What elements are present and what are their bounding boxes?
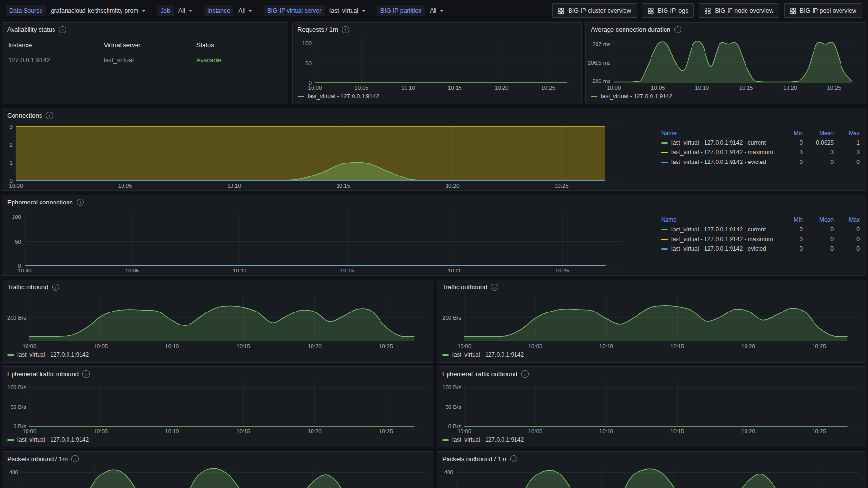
info-icon[interactable]: i <box>52 284 59 291</box>
series-color-icon <box>661 142 668 144</box>
panel-title[interactable]: Connections <box>7 112 42 119</box>
svg-text:10:05: 10:05 <box>94 343 108 349</box>
legend-col-max[interactable]: Max <box>834 130 860 136</box>
panel-title[interactable]: Ephemeral traffic outbound <box>442 370 517 378</box>
variable-value-dropdown[interactable]: grafanacloud-keithschmitty-prom <box>47 5 149 16</box>
svg-text:206 ms: 206 ms <box>592 78 610 84</box>
svg-text:10:20: 10:20 <box>495 85 509 91</box>
ephemeral-connections-chart[interactable]: 10:0010:0510:1010:1510:2010:25050100 <box>2 207 627 275</box>
link-label: BIG-IP cluster overview <box>568 7 631 14</box>
info-icon[interactable]: i <box>674 26 681 33</box>
legend-series[interactable]: last_virtual - 127.0.0.1:9142 <box>7 436 89 443</box>
legend-series[interactable]: last_virtual - 127.0.0.1:9142 <box>442 436 524 443</box>
traffic-outbound-chart[interactable]: 10:0010:0510:1010:1510:2010:25200 B/s <box>437 292 866 350</box>
chart-legend: last_virtual - 127.0.0.1:9142 <box>437 435 866 447</box>
svg-text:10:25: 10:25 <box>812 428 826 434</box>
info-icon[interactable]: i <box>59 26 66 33</box>
variable-value-dropdown[interactable]: last_virtual <box>326 5 369 16</box>
variable-label[interactable]: BIG-IP partition <box>377 5 425 16</box>
legend-row: last_virtual - 127.0.0.1:9142 - maximum … <box>661 234 860 244</box>
variable-value: last_virtual <box>329 7 358 14</box>
link-big-ip-cluster-overview[interactable]: BIG-IP cluster overview <box>552 3 637 18</box>
variable-label[interactable]: BIG-IP virtual server <box>264 5 325 16</box>
info-icon[interactable]: i <box>46 112 53 119</box>
packets-inbound-chart[interactable]: 10:0010:0510:1010:1510:2010:25400 <box>2 464 433 488</box>
panel-traffic-inbound: Traffic inbound i 10:0010:0510:1010:1510… <box>2 280 433 363</box>
variable-label[interactable]: Data Source <box>6 5 46 16</box>
legend-col-name[interactable]: Name <box>661 130 776 136</box>
variable-value: All <box>178 7 185 14</box>
variable-value-dropdown[interactable]: All <box>175 5 196 16</box>
panel-title[interactable]: Packets outbound / 1m <box>442 455 506 462</box>
link-big-ip-pool-overview[interactable]: BIG-IP pool overview <box>784 3 862 18</box>
legend-col-max[interactable]: Max <box>834 217 860 223</box>
info-icon[interactable]: i <box>77 199 84 206</box>
panel-title[interactable]: Average connection duration <box>591 26 670 33</box>
col-header-virtual-server[interactable]: Virtual server <box>104 41 196 49</box>
legend-min: 0 <box>776 159 803 165</box>
legend-table-header: Name Min Mean Max <box>661 215 860 225</box>
variable-value-dropdown[interactable]: All <box>234 5 256 16</box>
panel-title[interactable]: Traffic inbound <box>7 284 48 291</box>
legend-series[interactable]: last_virtual - 127.0.0.1:9142 <box>591 93 672 100</box>
col-header-instance[interactable]: Instance <box>8 41 104 49</box>
series-color-icon <box>661 162 668 163</box>
legend-series[interactable]: last_virtual - 127.0.0.1:9142 <box>442 352 524 358</box>
series-color-icon <box>442 354 449 356</box>
legend-col-min[interactable]: Min <box>776 217 803 223</box>
col-header-status[interactable]: Status <box>196 41 282 49</box>
panel-title[interactable]: Availability status <box>7 26 55 33</box>
ephemeral-traffic-outbound-chart[interactable]: 10:0010:0510:1010:1510:2010:250 B/s50 B/… <box>437 379 866 435</box>
legend-series[interactable]: last_virtual - 127.0.0.1:9142 <box>7 352 89 358</box>
legend-series[interactable]: last_virtual - 127.0.0.1:9142 - maximum <box>661 149 776 156</box>
info-icon[interactable]: i <box>491 284 498 291</box>
legend-col-min[interactable]: Min <box>776 130 803 136</box>
info-icon[interactable]: i <box>342 26 349 33</box>
legend-min: 0 <box>776 139 803 146</box>
connections-chart[interactable]: 10:0010:0510:1010:1510:2010:250123 <box>2 121 627 190</box>
legend-row: last_virtual - 127.0.0.1:9142 - evicted … <box>661 157 860 167</box>
info-icon[interactable]: i <box>521 370 529 378</box>
panel-title[interactable]: Ephemeral connections <box>7 199 73 206</box>
legend-series[interactable]: last_virtual - 127.0.0.1:9142 - evicted <box>661 245 776 252</box>
panel-title[interactable]: Packets inbound / 1m <box>7 455 68 462</box>
svg-text:0: 0 <box>18 263 21 269</box>
ephemeral-traffic-inbound-chart[interactable]: 10:0010:0510:1010:1510:2010:250 B/s50 B/… <box>2 379 433 435</box>
variable-value-dropdown[interactable]: All <box>426 5 448 16</box>
avg-connection-duration-chart[interactable]: 10:0010:0510:1010:1510:2010:25206 ms206.… <box>586 35 866 92</box>
series-color-icon <box>661 152 668 153</box>
link-label: BIG-IP logs <box>658 7 689 14</box>
svg-text:0 B/s: 0 B/s <box>448 423 461 429</box>
requests-chart[interactable]: 10:0010:0510:1010:1510:2010:25050100 <box>293 35 581 92</box>
variable-value: All <box>430 7 436 14</box>
info-icon[interactable]: i <box>71 455 79 462</box>
link-big-ip-logs[interactable]: BIG-IP logs <box>642 3 694 18</box>
legend-series[interactable]: last_virtual - 127.0.0.1:9142 - current <box>661 139 776 146</box>
grid-icon <box>648 8 654 14</box>
legend-series[interactable]: last_virtual - 127.0.0.1:9142 - maximum <box>661 236 776 243</box>
panel-title[interactable]: Ephemeral traffic inbound <box>7 370 79 378</box>
svg-text:10:25: 10:25 <box>555 183 569 189</box>
panel-title[interactable]: Requests / 1m <box>298 26 338 33</box>
svg-text:0: 0 <box>309 80 312 86</box>
variable-label[interactable]: Instance <box>204 5 233 16</box>
svg-text:10:25: 10:25 <box>812 343 826 349</box>
legend-series[interactable]: last_virtual - 127.0.0.1:9142 - evicted <box>661 159 776 165</box>
svg-text:10:25: 10:25 <box>541 85 555 91</box>
legend-max: 1 <box>834 139 860 146</box>
info-icon[interactable]: i <box>82 370 90 378</box>
variable-job: Job All <box>157 5 196 16</box>
legend-col-mean[interactable]: Mean <box>803 217 834 223</box>
traffic-inbound-chart[interactable]: 10:0010:0510:1010:1510:2010:25200 B/s <box>2 292 433 350</box>
variable-label[interactable]: Job <box>157 5 174 16</box>
legend-series[interactable]: last_virtual - 127.0.0.1:9142 <box>298 93 379 100</box>
virtual-server-cell: last_virtual <box>104 56 196 64</box>
link-big-ip-node-overview[interactable]: BIG-IP node overview <box>699 3 779 18</box>
legend-series[interactable]: last_virtual - 127.0.0.1:9142 - current <box>661 226 776 233</box>
packets-outbound-chart[interactable]: 10:0010:0510:1010:1510:2010:25400 <box>437 464 866 488</box>
info-icon[interactable]: i <box>510 455 517 462</box>
panel-title[interactable]: Traffic outbound <box>442 284 487 291</box>
svg-text:10:05: 10:05 <box>118 183 132 189</box>
legend-col-name[interactable]: Name <box>661 217 776 223</box>
legend-col-mean[interactable]: Mean <box>803 130 834 136</box>
